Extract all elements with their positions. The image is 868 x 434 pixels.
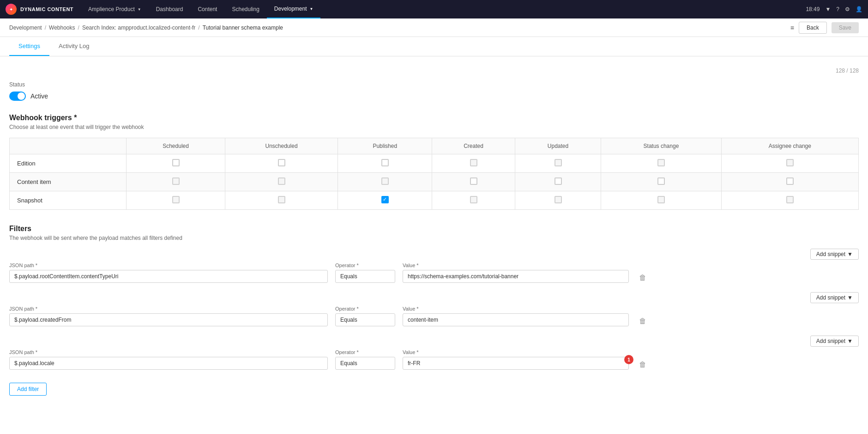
filter-row-3: Add snippet ▼ JSON path * Operator * Equ… [9, 336, 859, 372]
snapshot-assignee-change-checkbox [786, 196, 794, 203]
col-header-unscheduled: Unscheduled [225, 138, 338, 154]
status-text: Active [30, 92, 48, 100]
snapshot-status-change-checkbox [657, 196, 665, 203]
value-label-1: Value * [403, 263, 629, 268]
clock-display: 18:49 [806, 6, 820, 12]
breadcrumb: Development / Webhooks / Search Index: a… [0, 18, 868, 37]
tabs: Settings Activity Log [0, 37, 868, 56]
col-header-status-change: Status change [601, 138, 722, 154]
operator-group-2: Operator * Equals Not equals [335, 306, 395, 326]
table-row: Snapshot [10, 191, 859, 210]
breadcrumb-actions: ≡ Back Save [790, 22, 859, 34]
chevron-down-icon: ▼ [310, 7, 313, 11]
json-path-label-3: JSON path * [9, 349, 328, 355]
breadcrumb-webhooks[interactable]: Webhooks [49, 24, 75, 31]
value-input-2[interactable] [403, 313, 629, 326]
user-icon[interactable]: 👤 [856, 6, 862, 12]
content-item-published-checkbox [381, 177, 389, 185]
operator-label-1: Operator * [335, 263, 395, 268]
json-path-input-1[interactable] [9, 270, 328, 283]
back-button[interactable]: Back [799, 22, 827, 34]
logo: ✦ DYNAMIC CONTENT [6, 4, 73, 15]
add-filter-button[interactable]: Add filter [9, 383, 47, 396]
delete-filter-2[interactable]: 🗑 [636, 314, 649, 328]
json-path-label-1: JSON path * [9, 263, 328, 268]
value-label-3: Value * [403, 349, 629, 355]
add-snippet-button-1[interactable]: Add snippet ▼ [810, 249, 859, 260]
nav-item-amplience[interactable]: Amplience Product ▼ [81, 0, 149, 18]
filter-row-1: Add snippet ▼ JSON path * Operator * Equ… [9, 249, 859, 285]
value-wrapper-3: 1 [403, 357, 629, 370]
col-header-updated: Updated [515, 138, 601, 154]
edition-assignee-change-checkbox [786, 159, 794, 166]
nav-item-development[interactable]: Development ▼ [267, 0, 321, 18]
row-content-item-name: Content item [10, 173, 127, 191]
top-nav: ✦ DYNAMIC CONTENT Amplience Product ▼ Da… [0, 0, 868, 18]
nav-item-scheduling[interactable]: Scheduling [224, 0, 266, 18]
table-row: Edition [10, 154, 859, 173]
filter-fields-3: JSON path * Operator * Equals Not equals… [9, 349, 859, 372]
lines-icon[interactable]: ≡ [790, 24, 794, 31]
status-row: Active [9, 92, 859, 101]
add-snippet-button-2[interactable]: Add snippet ▼ [810, 292, 859, 303]
breadcrumb-development[interactable]: Development [9, 24, 42, 31]
add-snippet-row-2: Add snippet ▼ [9, 292, 859, 303]
content-item-updated-checkbox[interactable] [555, 177, 562, 185]
validation-badge-3: 1 [624, 355, 633, 364]
chevron-down-icon: ▼ [847, 338, 853, 344]
operator-select-1[interactable]: Equals Not equals Contains [335, 270, 395, 283]
filters-title: Filters [9, 225, 859, 233]
operator-group-3: Operator * Equals Not equals [335, 349, 395, 370]
chevron-down-icon: ▼ [138, 7, 141, 12]
logo-icon: ✦ [6, 4, 17, 15]
delete-filter-1[interactable]: 🗑 [636, 271, 649, 285]
caret-icon[interactable]: ▼ [825, 6, 831, 12]
row-edition-name: Edition [10, 154, 127, 173]
content-item-unscheduled-checkbox [278, 177, 285, 185]
triggers-table: Scheduled Unscheduled Published Created … [9, 138, 859, 210]
operator-select-2[interactable]: Equals Not equals [335, 313, 395, 326]
content-item-status-change-checkbox[interactable] [657, 177, 665, 185]
chevron-down-icon: ▼ [847, 294, 853, 301]
content-item-created-checkbox[interactable] [470, 177, 477, 185]
filter-fields-1: JSON path * Operator * Equals Not equals… [9, 263, 859, 285]
add-snippet-button-3[interactable]: Add snippet ▼ [810, 336, 859, 347]
logo-text: DYNAMIC CONTENT [20, 6, 73, 12]
snapshot-published-checkbox[interactable] [381, 196, 389, 203]
tab-activity-log[interactable]: Activity Log [49, 37, 98, 56]
nav-item-dashboard[interactable]: Dashboard [149, 0, 191, 18]
edition-scheduled-checkbox[interactable] [172, 159, 180, 166]
json-path-input-2[interactable] [9, 313, 328, 326]
add-snippet-row-3: Add snippet ▼ [9, 336, 859, 347]
character-counter: 128 / 128 [9, 67, 859, 74]
value-input-1[interactable] [403, 270, 629, 283]
edition-unscheduled-checkbox[interactable] [278, 159, 285, 166]
edition-updated-checkbox [555, 159, 562, 166]
filter-row-2: Add snippet ▼ JSON path * Operator * Equ… [9, 292, 859, 328]
webhook-triggers-desc: Choose at least one event that will trig… [9, 124, 859, 130]
snapshot-created-checkbox [470, 196, 477, 203]
status-toggle[interactable] [9, 92, 26, 101]
nav-item-content[interactable]: Content [190, 0, 224, 18]
operator-select-3[interactable]: Equals Not equals [335, 357, 395, 370]
json-path-label-2: JSON path * [9, 306, 328, 312]
add-snippet-row-1: Add snippet ▼ [9, 249, 859, 260]
nav-right: 18:49 ▼ ? ⚙ 👤 [806, 6, 862, 12]
edition-published-checkbox[interactable] [381, 159, 389, 166]
json-path-input-3[interactable] [9, 357, 328, 370]
snapshot-unscheduled-checkbox [278, 196, 285, 203]
breadcrumb-sep-2: / [78, 24, 79, 31]
delete-filter-3[interactable]: 🗑 [636, 358, 649, 372]
settings-icon[interactable]: ⚙ [845, 6, 850, 12]
help-icon[interactable]: ? [836, 6, 839, 12]
save-button[interactable]: Save [832, 22, 859, 33]
main-content: 128 / 128 Status Active Webhook triggers… [0, 56, 868, 434]
value-group-3: Value * 1 [403, 349, 629, 370]
breadcrumb-sep-3: / [198, 24, 199, 31]
tab-settings[interactable]: Settings [9, 37, 49, 56]
breadcrumb-search-index[interactable]: Search Index: ampproduct.localized-conte… [82, 24, 195, 31]
operator-group-1: Operator * Equals Not equals Contains [335, 263, 395, 283]
content-item-assignee-change-checkbox[interactable] [786, 177, 794, 185]
webhook-triggers-section: Webhook triggers * Choose at least one e… [9, 114, 859, 210]
value-input-3[interactable] [403, 357, 629, 370]
